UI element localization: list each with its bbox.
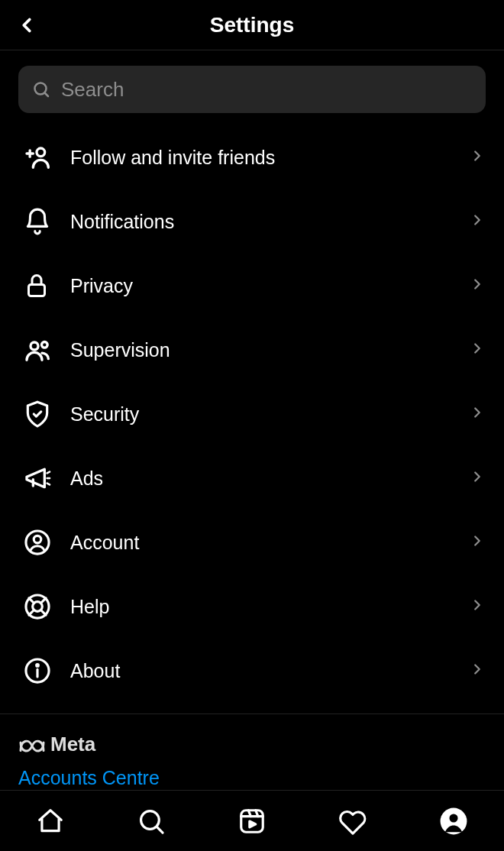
tab-profile[interactable] — [431, 798, 477, 844]
svg-line-14 — [29, 610, 34, 615]
lock-icon — [23, 272, 70, 299]
home-icon — [36, 807, 65, 836]
row-label: Security — [70, 403, 469, 426]
row-notifications[interactable]: Notifications — [0, 189, 504, 254]
row-about[interactable]: About — [0, 639, 504, 703]
row-follow-invite[interactable]: Follow and invite friends — [0, 125, 504, 189]
svg-marker-25 — [250, 821, 256, 827]
search-input[interactable] — [61, 78, 472, 102]
chevron-right-icon — [469, 468, 486, 488]
chevron-right-icon — [469, 532, 486, 552]
row-supervision[interactable]: Supervision — [0, 318, 504, 382]
settings-list: Follow and invite friends Notifications … — [0, 121, 504, 707]
row-label: Follow and invite friends — [70, 147, 469, 169]
user-plus-icon — [23, 142, 70, 173]
row-label: Privacy — [70, 275, 469, 297]
info-icon — [23, 656, 70, 685]
search-icon — [32, 80, 50, 99]
chevron-right-icon — [469, 276, 486, 296]
megaphone-icon — [23, 463, 70, 493]
row-account[interactable]: Account — [0, 510, 504, 574]
meta-brand-label: Meta — [50, 733, 95, 756]
header: Settings — [0, 0, 504, 50]
row-label: Notifications — [70, 211, 469, 233]
row-ads[interactable]: Ads — [0, 446, 504, 510]
lifebuoy-icon — [23, 592, 70, 621]
row-help[interactable]: Help — [0, 574, 504, 639]
svg-line-13 — [41, 598, 46, 603]
shield-icon — [23, 400, 70, 429]
accounts-centre-link[interactable]: Accounts Centre — [18, 767, 486, 789]
svg-point-6 — [31, 342, 38, 350]
meta-brand: Meta — [18, 733, 486, 756]
row-label: About — [70, 660, 469, 682]
svg-point-18 — [37, 665, 39, 667]
meta-logo-icon — [18, 736, 46, 754]
tab-search[interactable] — [128, 798, 174, 844]
row-label: Supervision — [70, 339, 469, 361]
page-title: Settings — [210, 13, 294, 37]
row-security[interactable]: Security — [0, 382, 504, 446]
tab-bar — [0, 790, 504, 851]
row-label: Ads — [70, 468, 469, 490]
row-privacy[interactable]: Privacy — [0, 254, 504, 318]
svg-point-2 — [37, 148, 45, 157]
profile-icon — [439, 807, 468, 836]
chevron-right-icon — [469, 404, 486, 424]
chevron-right-icon — [469, 340, 486, 360]
svg-rect-5 — [29, 285, 45, 296]
svg-point-27 — [449, 814, 457, 822]
tab-reels[interactable] — [229, 798, 275, 844]
chevron-right-icon — [469, 147, 486, 167]
heart-icon — [338, 807, 367, 836]
search-icon — [137, 807, 166, 836]
svg-point-9 — [34, 536, 41, 543]
svg-line-1 — [45, 93, 49, 97]
bell-icon — [23, 207, 70, 236]
back-button[interactable] — [8, 0, 46, 50]
row-label: Help — [70, 596, 469, 618]
meta-section: Meta Accounts Centre — [0, 714, 504, 789]
row-label: Account — [70, 532, 469, 554]
account-icon — [23, 528, 70, 557]
chevron-right-icon — [469, 212, 486, 231]
svg-point-7 — [42, 342, 48, 348]
svg-line-20 — [157, 827, 163, 833]
svg-line-12 — [29, 598, 34, 603]
chevron-right-icon — [469, 597, 486, 616]
search-container — [0, 50, 504, 121]
search-box[interactable] — [18, 66, 486, 113]
chevron-right-icon — [469, 661, 486, 681]
svg-line-15 — [41, 610, 46, 615]
reels-icon — [237, 807, 267, 836]
chevron-left-icon — [15, 14, 38, 37]
tab-activity[interactable] — [330, 798, 376, 844]
people-icon — [23, 335, 70, 365]
tab-home[interactable] — [27, 798, 73, 844]
